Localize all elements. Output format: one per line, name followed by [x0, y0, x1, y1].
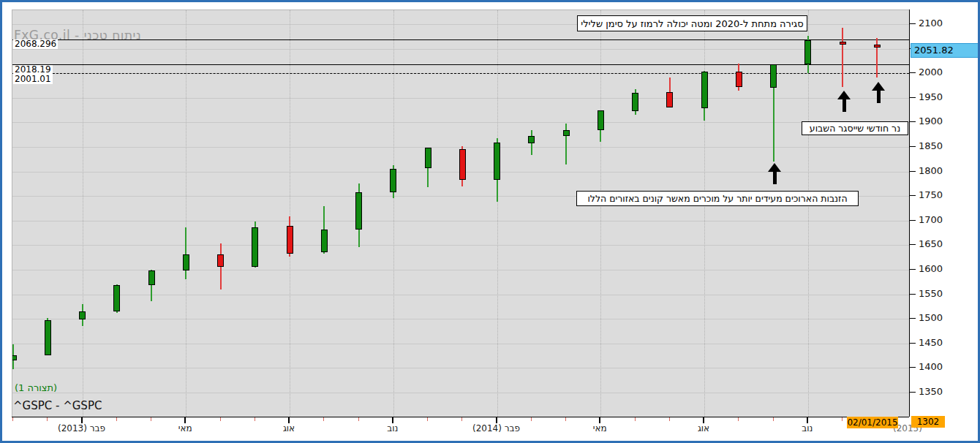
time-tick-label: מאי — [593, 423, 607, 433]
price-tick-label: 1900 — [919, 116, 943, 126]
price-axis-line — [909, 10, 910, 417]
candle-body — [355, 192, 362, 229]
up-arrow-icon — [765, 163, 784, 184]
annotation-weekly-close: נר חודשי שייסגר השבוע — [802, 121, 908, 135]
candle-body — [45, 320, 51, 355]
time-tick-minor — [116, 417, 117, 421]
time-tick-label: מאי — [178, 423, 192, 433]
candle-body — [701, 72, 708, 108]
candle-body — [563, 130, 570, 135]
candle-wick — [185, 227, 186, 279]
price-tick-label: 1950 — [919, 92, 943, 102]
price-tick — [909, 294, 916, 295]
candle-body — [79, 311, 86, 319]
time-tick-minor — [531, 417, 532, 421]
price-tick — [909, 392, 916, 393]
horizontal-gridline — [12, 245, 909, 246]
price-tick-label: 1700 — [919, 215, 943, 225]
price-tick — [909, 72, 916, 73]
annotation-long-tails: הזנבות הארוכים מעידים יותר על מוכרים מאש… — [576, 191, 859, 206]
candle-body — [217, 254, 224, 267]
time-tick-minor — [669, 417, 670, 421]
price-tick-label: 2000 — [919, 67, 943, 77]
annotation-close-below-2020: סגירה מתחת ל-2020 ומטה יכולה לרמוז על סי… — [577, 15, 807, 31]
candle-body — [287, 226, 293, 254]
price-tick — [909, 244, 916, 245]
candle-wick — [842, 28, 843, 87]
candle-body — [874, 45, 881, 48]
time-tick-minor — [773, 417, 774, 421]
time-tick-minor — [635, 417, 636, 421]
candle-body — [528, 136, 535, 143]
vertical-gridline — [186, 10, 186, 417]
price-tick-label: 1650 — [919, 239, 943, 249]
price-axis[interactable]: 2100205020001950190018501800175017001650… — [909, 10, 980, 417]
horizontal-gridline — [12, 221, 909, 222]
horizontal-gridline — [12, 344, 909, 344]
symbol-label: ^GSPC - ^GSPC — [13, 399, 102, 412]
time-tick-minor — [842, 417, 843, 421]
chart-window: ניתוח טכני - FxG.co.il סגירה מתחת ל-2020… — [0, 0, 980, 443]
horizontal-gridline — [12, 368, 909, 368]
price-tick — [909, 318, 916, 319]
candle-body — [736, 72, 742, 88]
time-tick-major — [703, 417, 704, 423]
price-tick-label: 2100 — [919, 18, 943, 29]
price-tick-label: 1350 — [919, 387, 943, 397]
time-tick-label: פבר (2013) — [58, 423, 105, 433]
candle-body — [840, 42, 846, 45]
horizontal-gridline — [12, 122, 909, 123]
horizontal-gridline — [12, 270, 909, 270]
price-tick — [909, 195, 916, 196]
candle-body — [113, 285, 120, 311]
arrow-head — [872, 82, 885, 91]
candle-body — [252, 227, 258, 267]
time-tick-minor — [565, 417, 566, 421]
cursor-date-label: 02/01/2015 — [847, 417, 898, 428]
price-tick-label: 1550 — [919, 289, 943, 299]
arrow-head — [768, 163, 781, 172]
horizontal-gridline — [12, 295, 909, 295]
candle-body — [666, 92, 673, 107]
time-axis[interactable]: (2015) 02/01/2015 פבר (2013)מאיאוגנובפבר… — [12, 417, 909, 440]
price-tick-label: 1400 — [919, 362, 943, 372]
time-tick-label: פבר (2014) — [472, 423, 520, 433]
time-tick-label: נוב — [802, 423, 813, 433]
candlestick-plot-area[interactable]: ניתוח טכני - FxG.co.il סגירה מתחת ל-2020… — [12, 10, 909, 417]
candle-body — [770, 64, 777, 88]
candle-body — [494, 143, 500, 180]
vertical-gridline — [600, 10, 601, 417]
time-tick-major — [392, 417, 393, 423]
time-tick-major — [599, 417, 600, 423]
price-tick-label: 1500 — [919, 313, 943, 323]
price-tick-label: 1450 — [919, 338, 943, 348]
horizontal-gridline — [12, 98, 909, 99]
price-tick — [909, 23, 916, 24]
cursor-price-label: 1302 — [911, 416, 945, 428]
price-tick-label: 1800 — [919, 166, 943, 176]
time-tick-label: אוג — [283, 423, 295, 433]
current-price-label: 2051.82 — [911, 43, 980, 58]
time-tick-minor — [255, 417, 255, 421]
price-level-label: 2001.01 — [13, 75, 53, 84]
candle-body — [12, 355, 17, 360]
candle-body — [459, 149, 466, 180]
price-tick — [909, 269, 916, 270]
price-tick — [909, 97, 916, 98]
arrow-stem — [773, 172, 777, 184]
candle-body — [321, 230, 328, 253]
horizontal-gridline — [12, 319, 909, 319]
price-tick — [909, 146, 916, 147]
vertical-gridline — [393, 10, 394, 417]
price-tick-label: 1850 — [919, 141, 943, 151]
vertical-gridline — [83, 10, 83, 417]
time-tick-minor — [220, 417, 221, 421]
candle-body — [390, 169, 396, 192]
time-tick-major — [807, 417, 808, 423]
time-tick-minor — [738, 417, 739, 421]
vertical-gridline — [497, 10, 498, 417]
time-tick-major — [496, 417, 497, 423]
time-tick-minor — [47, 417, 48, 421]
candle-body — [804, 40, 811, 65]
time-tick-major — [184, 417, 186, 423]
